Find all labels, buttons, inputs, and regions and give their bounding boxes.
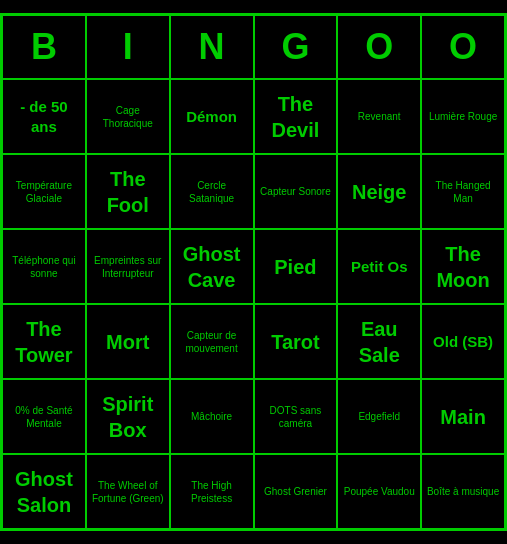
bingo-card: BINGOO - de 50 ansCage ThoraciqueDémonTh… (0, 13, 507, 531)
bingo-cell-18: The Tower (2, 304, 86, 379)
cell-text-30: Ghost Salon (7, 466, 81, 518)
cell-text-27: DOTS sans caméra (259, 404, 333, 430)
header-letter-i-1: I (86, 15, 170, 79)
bingo-cell-32: The High Preistess (170, 454, 254, 529)
bingo-cell-28: Edgefield (337, 379, 421, 454)
bingo-cell-23: Old (SB) (421, 304, 505, 379)
header-letter-g-3: G (254, 15, 338, 79)
cell-text-25: Spirit Box (91, 391, 165, 443)
bingo-cell-13: Empreintes sur Interrupteur (86, 229, 170, 304)
cell-text-5: Lumière Rouge (429, 110, 497, 123)
cell-text-34: Poupée Vaudou (344, 485, 415, 498)
header-letter-n-2: N (170, 15, 254, 79)
cell-text-35: Boîte à musique (427, 485, 499, 498)
header-letter-o-5: O (421, 15, 505, 79)
cell-text-20: Capteur de mouvement (175, 329, 249, 355)
bingo-cell-0: - de 50 ans (2, 79, 86, 154)
cell-text-23: Old (SB) (433, 332, 493, 352)
bingo-grid: - de 50 ansCage ThoraciqueDémonThe Devil… (2, 79, 505, 529)
cell-text-22: Eau Sale (342, 316, 416, 368)
cell-text-12: Téléphone qui sonne (7, 254, 81, 280)
cell-text-16: Petit Os (351, 257, 408, 277)
cell-text-10: Neige (352, 179, 406, 205)
cell-text-21: Tarot (271, 329, 320, 355)
cell-text-4: Revenant (358, 110, 401, 123)
cell-text-3: The Devil (259, 91, 333, 143)
cell-text-31: The Wheel of Fortune (Green) (91, 479, 165, 505)
bingo-cell-6: Température Glaciale (2, 154, 86, 229)
bingo-cell-35: Boîte à musique (421, 454, 505, 529)
bingo-cell-25: Spirit Box (86, 379, 170, 454)
bingo-cell-4: Revenant (337, 79, 421, 154)
cell-text-33: Ghost Grenier (264, 485, 327, 498)
cell-text-19: Mort (106, 329, 149, 355)
bingo-cell-11: The Hanged Man (421, 154, 505, 229)
cell-text-32: The High Preistess (175, 479, 249, 505)
cell-text-26: Mâchoire (191, 410, 232, 423)
bingo-cell-17: The Moon (421, 229, 505, 304)
bingo-cell-24: 0% de Santé Mentale (2, 379, 86, 454)
cell-text-11: The Hanged Man (426, 179, 500, 205)
cell-text-28: Edgefield (358, 410, 400, 423)
cell-text-2: Démon (186, 107, 237, 127)
bingo-cell-27: DOTS sans caméra (254, 379, 338, 454)
cell-text-13: Empreintes sur Interrupteur (91, 254, 165, 280)
bingo-cell-8: Cercle Satanique (170, 154, 254, 229)
bingo-cell-2: Démon (170, 79, 254, 154)
bingo-cell-20: Capteur de mouvement (170, 304, 254, 379)
bingo-cell-19: Mort (86, 304, 170, 379)
bingo-cell-31: The Wheel of Fortune (Green) (86, 454, 170, 529)
bingo-cell-30: Ghost Salon (2, 454, 86, 529)
bingo-cell-33: Ghost Grenier (254, 454, 338, 529)
bingo-header: BINGOO (2, 15, 505, 79)
bingo-cell-1: Cage Thoracique (86, 79, 170, 154)
bingo-cell-7: The Fool (86, 154, 170, 229)
bingo-cell-29: Main (421, 379, 505, 454)
bingo-cell-9: Capteur Sonore (254, 154, 338, 229)
cell-text-29: Main (440, 404, 486, 430)
bingo-cell-34: Poupée Vaudou (337, 454, 421, 529)
bingo-cell-16: Petit Os (337, 229, 421, 304)
cell-text-6: Température Glaciale (7, 179, 81, 205)
cell-text-17: The Moon (426, 241, 500, 293)
bingo-cell-12: Téléphone qui sonne (2, 229, 86, 304)
bingo-cell-26: Mâchoire (170, 379, 254, 454)
bingo-cell-15: Pied (254, 229, 338, 304)
header-letter-b-0: B (2, 15, 86, 79)
bingo-cell-3: The Devil (254, 79, 338, 154)
bingo-cell-10: Neige (337, 154, 421, 229)
cell-text-9: Capteur Sonore (260, 185, 331, 198)
bingo-cell-21: Tarot (254, 304, 338, 379)
cell-text-1: Cage Thoracique (91, 104, 165, 130)
header-letter-o-4: O (337, 15, 421, 79)
cell-text-18: The Tower (7, 316, 81, 368)
bingo-cell-22: Eau Sale (337, 304, 421, 379)
cell-text-14: Ghost Cave (175, 241, 249, 293)
bingo-cell-14: Ghost Cave (170, 229, 254, 304)
cell-text-8: Cercle Satanique (175, 179, 249, 205)
cell-text-7: The Fool (91, 166, 165, 218)
bingo-cell-5: Lumière Rouge (421, 79, 505, 154)
cell-text-15: Pied (274, 254, 316, 280)
cell-text-24: 0% de Santé Mentale (7, 404, 81, 430)
cell-text-0: - de 50 ans (7, 97, 81, 136)
